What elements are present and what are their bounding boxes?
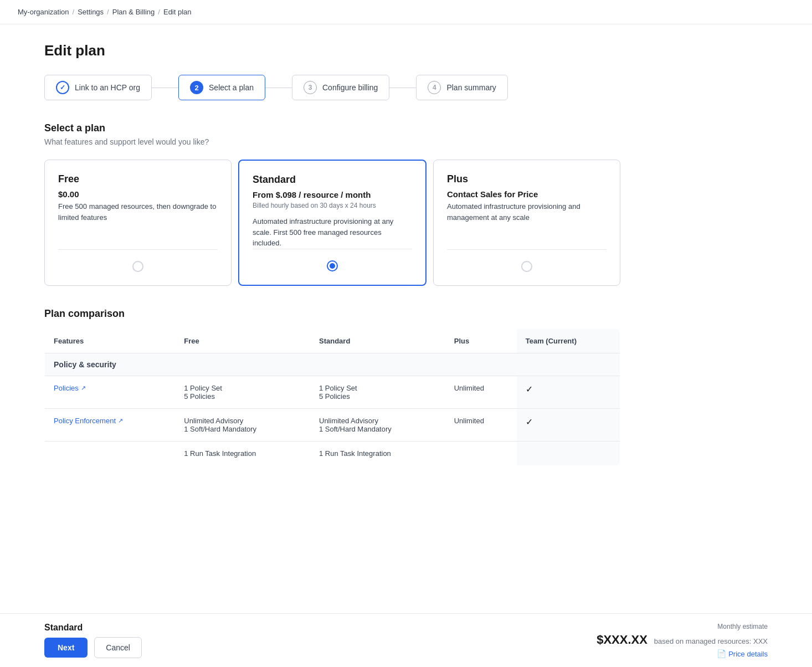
plan-standard-name: Standard [253,174,412,186]
breadcrumb-sep-2: / [107,8,109,16]
plan-plus-desc: Automated infrastructure provisioning an… [447,201,607,249]
breadcrumb-sep-3: / [158,8,160,16]
select-plan-subtitle: What features and support level would yo… [44,137,620,146]
plan-cards: Free $0.00 Free 500 managed resources, t… [44,160,620,286]
step-4-plan-summary[interactable]: 4 Plan summary [416,75,507,100]
breadcrumb-my-org[interactable]: My-organization [18,8,69,16]
comparison-table: Features Free Standard Plus Team (Curren… [44,329,620,466]
step-2-label: Select a plan [209,83,254,92]
step-4-icon: 4 [428,81,441,94]
policy-enforcement-free-cell: Unlimited Advisory1 Soft/Hard Mandatory [175,408,310,441]
policies-team-check: ✓ [526,384,533,394]
run-task-standard-cell: 1 Run Task Integration [310,441,445,465]
steps-bar: ✓ Link to an HCP org 2 Select a plan 3 C… [44,75,620,100]
col-header-team: Team (Current) [517,329,620,353]
step-2-select-plan[interactable]: 2 Select a plan [178,75,265,100]
run-task-free-cell: 1 Run Task Integration [175,441,310,465]
feature-policy-enforcement-cell: Policy Enforcement ↗ [45,408,176,441]
external-link-icon-2: ↗ [118,417,123,424]
step-3-configure-billing[interactable]: 3 Configure billing [292,75,389,100]
comparison-title: Plan comparison [44,308,620,320]
policies-team-cell: ✓ [517,376,620,408]
breadcrumb-edit-plan: Edit plan [163,8,192,16]
col-header-standard: Standard [310,329,445,353]
step-1-icon: ✓ [56,81,69,94]
table-row: 1 Run Task Integration 1 Run Task Integr… [45,441,620,465]
run-task-team-cell [517,441,620,465]
plan-standard-price: From $.098 / resource / month [253,190,412,199]
feature-run-task-cell [45,441,176,465]
plan-standard-radio[interactable] [327,260,338,271]
plan-card-plus[interactable]: Plus Contact Sales for Price Automated i… [433,160,620,286]
policies-plus-cell: Unlimited [445,376,517,408]
step-connector-3 [389,88,416,88]
plan-plus-price: Contact Sales for Price [447,189,607,199]
policy-enforcement-team-cell: ✓ [517,408,620,441]
plan-plus-radio-area [447,249,607,272]
step-2-icon: 2 [190,81,203,94]
step-1-label: Link to an HCP org [75,83,140,92]
breadcrumb-settings[interactable]: Settings [78,8,104,16]
plan-free-price: $0.00 [58,189,218,199]
group-row-policy-security: Policy & security [45,353,620,376]
col-header-features: Features [45,329,176,353]
policy-enforcement-link-label: Policy Enforcement [54,417,116,425]
col-header-free: Free [175,329,310,353]
table-row: Policies ↗ 1 Policy Set5 Policies 1 Poli… [45,376,620,408]
page-title: Edit plan [44,42,620,59]
policy-enforcement-plus-cell: Unlimited [445,408,517,441]
step-3-icon: 3 [304,81,317,94]
external-link-icon: ↗ [81,384,86,392]
plan-free-radio-area [58,249,218,272]
policies-free-cell: 1 Policy Set5 Policies [175,376,310,408]
plan-standard-radio-area [253,249,412,271]
group-label-policy-security: Policy & security [45,353,620,376]
plan-card-standard[interactable]: Standard From $.098 / resource / month B… [238,160,426,286]
run-task-plus-cell [445,441,517,465]
step-3-label: Configure billing [322,83,378,92]
feature-policies-cell: Policies ↗ [45,376,176,408]
policy-enforcement-link[interactable]: Policy Enforcement ↗ [54,417,166,425]
breadcrumb: My-organization / Settings / Plan & Bill… [0,0,812,24]
select-plan-title: Select a plan [44,122,620,134]
col-header-plus: Plus [445,329,517,353]
policies-link-label: Policies [54,384,79,392]
policy-enforcement-team-check: ✓ [526,417,533,427]
table-row: Policy Enforcement ↗ Unlimited Advisory1… [45,408,620,441]
breadcrumb-plan-billing[interactable]: Plan & Billing [112,8,155,16]
plan-free-desc: Free 500 managed resources, then downgra… [58,201,218,249]
plan-standard-desc: Automated infrastructure provisioning at… [253,216,412,249]
step-1-link-hcp[interactable]: ✓ Link to an HCP org [44,75,152,100]
policy-enforcement-standard-cell: Unlimited Advisory1 Soft/Hard Mandatory [310,408,445,441]
breadcrumb-sep-1: / [73,8,75,16]
plan-free-radio[interactable] [132,261,143,272]
step-4-label: Plan summary [446,83,496,92]
plan-standard-price-sub: Billed hourly based on 30 days x 24 hour… [253,202,412,209]
step-connector-1 [152,88,178,88]
plan-plus-radio[interactable] [521,261,532,272]
step-connector-2 [265,88,292,88]
plan-free-name: Free [58,173,218,185]
policies-standard-cell: 1 Policy Set5 Policies [310,376,445,408]
policies-link[interactable]: Policies ↗ [54,384,166,392]
plan-standard-radio-inner [330,263,335,269]
plan-card-free[interactable]: Free $0.00 Free 500 managed resources, t… [44,160,232,286]
plan-plus-name: Plus [447,173,607,185]
